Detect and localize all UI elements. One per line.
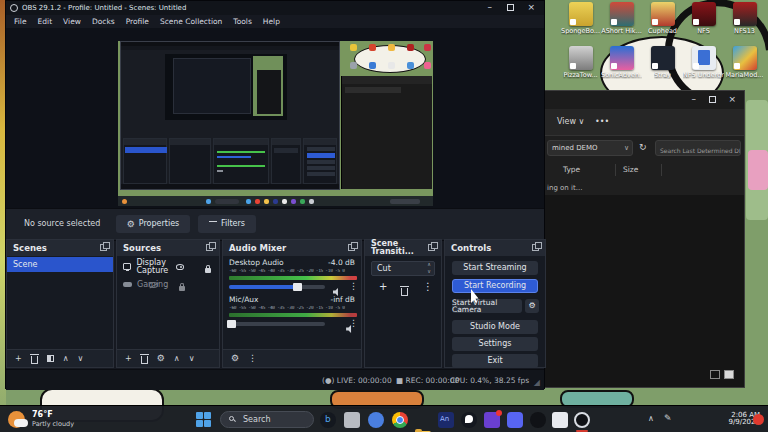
virtual-camera-settings-gear-icon[interactable]: ⚙ xyxy=(525,299,539,313)
chat-icon[interactable] xyxy=(368,412,384,428)
move-scene-down-icon[interactable]: ∨ xyxy=(78,355,84,363)
stepper-down-icon[interactable]: ∨ xyxy=(427,269,431,274)
add-source-button[interactable]: + xyxy=(125,355,132,363)
details-view-icon[interactable] xyxy=(710,370,720,379)
visibility-eye-off-icon[interactable] xyxy=(149,282,158,288)
volume-slider[interactable] xyxy=(229,322,325,326)
maximize-icon[interactable] xyxy=(709,96,716,103)
minimize-icon[interactable]: – xyxy=(488,3,493,12)
popout-icon[interactable] xyxy=(428,244,435,251)
slider-handle[interactable] xyxy=(293,283,302,291)
discord-icon[interactable] xyxy=(507,412,523,428)
stepper-up-icon[interactable]: ∧ xyxy=(427,262,431,267)
scene-filters-icon[interactable] xyxy=(47,355,54,362)
source-list-item[interactable]: Display Capture xyxy=(117,259,219,274)
controls-header[interactable]: Controls xyxy=(445,240,545,256)
source-list-item[interactable]: Gaming xyxy=(117,277,219,292)
desktop-icon[interactable]: SpongeBo... xyxy=(560,2,601,45)
minimize-icon[interactable]: – xyxy=(692,95,697,104)
thumbnail-view-icon[interactable] xyxy=(724,370,734,379)
channel-options-dots-icon[interactable]: ⋮ xyxy=(349,319,358,328)
obs-taskbar-icon[interactable] xyxy=(574,412,590,428)
scene-list-item[interactable]: Scene xyxy=(7,257,113,272)
explorer-file-list[interactable] xyxy=(543,195,744,387)
add-scene-button[interactable]: + xyxy=(15,355,22,363)
visibility-eye-icon[interactable] xyxy=(176,264,184,270)
menu-docks[interactable]: Docks xyxy=(92,18,115,26)
close-icon[interactable]: × xyxy=(728,95,736,104)
more-options-button[interactable]: ••• xyxy=(595,118,609,126)
menu-scene-collection[interactable]: Scene Collection xyxy=(160,18,222,26)
scenes-header[interactable]: Scenes xyxy=(7,240,113,256)
start-virtual-camera-button[interactable]: Start Virtual Camera xyxy=(452,299,522,313)
column-header-size[interactable]: Size xyxy=(623,166,638,174)
refresh-icon[interactable]: ↻ xyxy=(639,143,647,152)
desktop-icon[interactable]: NFS xyxy=(683,2,724,45)
chrome-icon[interactable] xyxy=(392,412,408,428)
slider-handle[interactable] xyxy=(227,320,236,328)
pen-icon[interactable]: ✎ xyxy=(664,414,672,423)
start-recording-button[interactable]: Start Recording xyxy=(452,279,538,293)
address-bar[interactable]: mined DEMO ∨ xyxy=(547,140,633,156)
desktop-icon[interactable]: PizzaTow... xyxy=(560,46,601,89)
column-divider[interactable] xyxy=(661,164,662,176)
move-scene-up-icon[interactable]: ∧ xyxy=(63,355,69,363)
exit-button[interactable]: Exit xyxy=(452,354,538,368)
menu-tools[interactable]: Tools xyxy=(233,18,251,26)
column-divider[interactable] xyxy=(615,164,616,176)
volume-slider[interactable] xyxy=(229,285,325,289)
desktop-icon[interactable]: Cuphead xyxy=(642,2,683,45)
sources-header[interactable]: Sources xyxy=(117,240,219,256)
explorer-titlebar[interactable]: – × xyxy=(543,91,744,109)
move-source-up-icon[interactable]: ∧ xyxy=(174,355,180,363)
properties-button[interactable]: ⚙Properties xyxy=(116,215,190,233)
notification-badge[interactable] xyxy=(753,414,764,425)
chevron-down-icon[interactable]: ∨ xyxy=(624,145,629,152)
lock-icon[interactable] xyxy=(179,286,185,291)
settings-button[interactable]: Settings xyxy=(452,337,538,351)
maximize-icon[interactable] xyxy=(507,4,514,11)
notes-app-icon[interactable] xyxy=(552,412,568,428)
epic-games-icon[interactable] xyxy=(530,412,546,428)
preview-canvas[interactable] xyxy=(118,41,433,206)
resize-grip[interactable]: ◢ xyxy=(534,379,540,387)
mixer-settings-icon[interactable]: ⚙ xyxy=(231,354,239,363)
remove-scene-icon[interactable] xyxy=(31,356,38,364)
remove-transition-icon[interactable] xyxy=(401,288,408,296)
desktop-icon[interactable]: SonicAdven... xyxy=(601,46,642,89)
lock-icon[interactable] xyxy=(205,268,211,273)
task-view-icon[interactable] xyxy=(344,412,360,428)
bing-icon[interactable]: b xyxy=(320,412,336,428)
transition-options-dots-icon[interactable]: ⋮ xyxy=(423,282,433,292)
menu-file[interactable]: File xyxy=(14,18,27,26)
desktop-icon[interactable]: AShort Hik... xyxy=(601,2,642,45)
filters-button[interactable]: Filters xyxy=(198,215,256,233)
remove-source-icon[interactable] xyxy=(141,356,148,364)
menu-edit[interactable]: Edit xyxy=(38,18,53,26)
studio-mode-button[interactable]: Studio Mode xyxy=(452,320,538,334)
transition-select[interactable]: Cut ∧ ∨ xyxy=(371,261,435,276)
desktop-icon[interactable]: Stray xyxy=(642,46,683,89)
add-transition-button[interactable]: + xyxy=(379,282,387,292)
source-properties-gear-icon[interactable]: ⚙ xyxy=(157,354,165,363)
close-icon[interactable]: × xyxy=(527,3,535,12)
menu-view[interactable]: View xyxy=(63,18,81,26)
popout-icon[interactable] xyxy=(100,244,107,251)
desktop-icon[interactable]: NFS13 xyxy=(724,2,765,45)
popout-icon[interactable] xyxy=(348,244,355,251)
transitions-header[interactable]: Scene Transiti... xyxy=(365,240,441,256)
menu-help[interactable]: Help xyxy=(263,18,280,26)
weather-temp[interactable]: 76°F xyxy=(32,411,53,419)
medal-icon[interactable] xyxy=(484,412,500,428)
start-button[interactable] xyxy=(196,412,211,427)
desktop-icon[interactable]: MariaMod... xyxy=(724,46,765,89)
menu-profile[interactable]: Profile xyxy=(126,18,149,26)
view-menu-button[interactable]: View ∨ xyxy=(557,118,584,126)
mixer-options-dots-icon[interactable]: ⋮ xyxy=(248,354,257,363)
mixer-header[interactable]: Audio Mixer xyxy=(223,240,361,256)
column-header-type[interactable]: Type xyxy=(563,166,580,174)
popout-icon[interactable] xyxy=(206,244,213,251)
popout-icon[interactable] xyxy=(532,244,539,251)
tray-chevron-up-icon[interactable]: ∧ xyxy=(648,415,654,423)
channel-options-dots-icon[interactable]: ⋮ xyxy=(349,282,358,291)
